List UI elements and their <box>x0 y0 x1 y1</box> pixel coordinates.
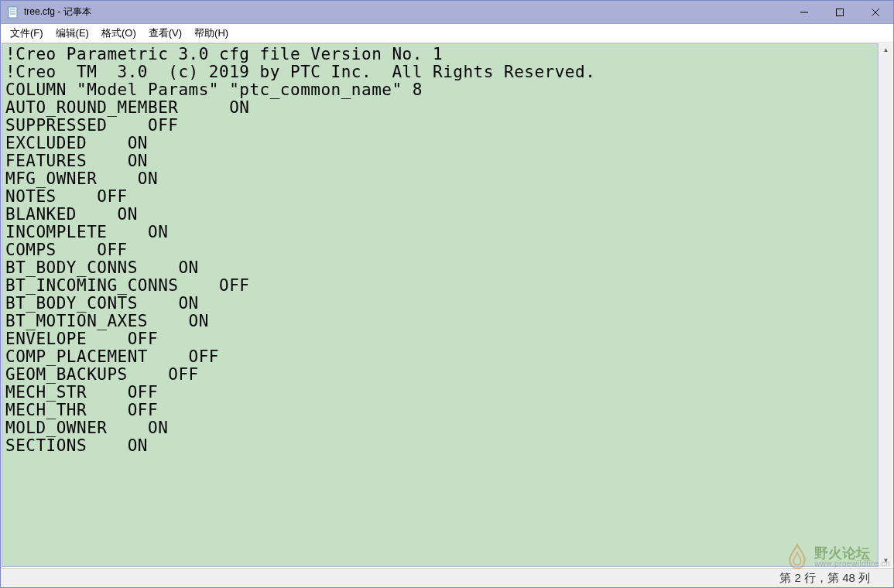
svg-rect-0 <box>9 7 17 18</box>
scroll-down-icon[interactable]: ▼ <box>879 554 892 567</box>
menu-help[interactable]: 帮助(H) <box>188 25 235 42</box>
vertical-scrollbar[interactable]: ▲ ▼ <box>879 43 892 567</box>
window-title: tree.cfg - 记事本 <box>24 5 786 19</box>
window-controls <box>786 1 893 23</box>
close-button[interactable] <box>858 1 893 23</box>
notepad-icon <box>7 6 19 19</box>
scroll-up-icon[interactable]: ▲ <box>879 43 892 56</box>
menu-file[interactable]: 文件(F) <box>4 25 50 42</box>
titlebar[interactable]: tree.cfg - 记事本 <box>1 1 893 24</box>
statusbar: 第 2 行，第 48 列 <box>1 568 893 587</box>
maximize-button[interactable] <box>822 1 858 23</box>
menu-edit[interactable]: 编辑(E) <box>50 25 95 42</box>
minimize-button[interactable] <box>786 1 822 23</box>
menubar: 文件(F) 编辑(E) 格式(O) 查看(V) 帮助(H) <box>1 24 893 43</box>
svg-rect-5 <box>837 9 844 15</box>
notepad-window: tree.cfg - 记事本 文件(F) 编辑(E) 格式(O) 查看(V) 帮… <box>0 0 894 588</box>
cursor-position: 第 2 行，第 48 列 <box>772 571 878 586</box>
text-editor[interactable]: !Creo Parametric 3.0 cfg file Version No… <box>2 43 879 567</box>
menu-format[interactable]: 格式(O) <box>95 25 142 42</box>
content-wrapper: !Creo Parametric 3.0 cfg file Version No… <box>1 43 893 568</box>
menu-view[interactable]: 查看(V) <box>142 25 188 42</box>
